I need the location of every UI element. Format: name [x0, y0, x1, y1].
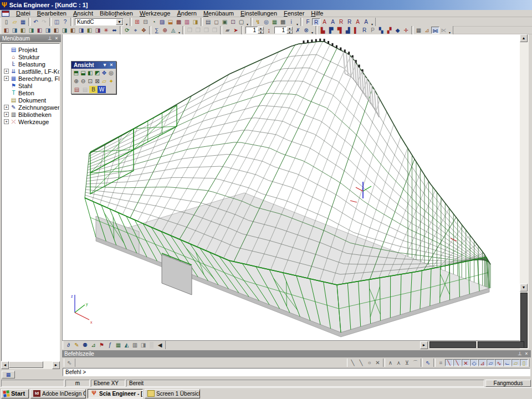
- label-p-icon[interactable]: P: [369, 27, 377, 34]
- print-view-icon[interactable]: ▤: [73, 86, 81, 93]
- render-off-icon[interactable]: ⋉: [439, 27, 448, 34]
- new-file-icon[interactable]: ▯: [2, 18, 11, 25]
- snap-tangent-icon[interactable]: ⊿: [478, 359, 487, 366]
- activity-1-icon[interactable]: ◧: [2, 27, 11, 34]
- spinner-value[interactable]: 1: [245, 27, 258, 34]
- zoom-cursor-icon[interactable]: ◎: [108, 69, 115, 76]
- activity-5-icon[interactable]: ◧: [35, 27, 44, 34]
- menu-menübaum[interactable]: Menübaum: [200, 10, 237, 17]
- help-icon[interactable]: ?: [61, 18, 69, 25]
- activity-8-icon[interactable]: ◨: [60, 27, 69, 34]
- taskbar-task-scia[interactable]: ΨScia Engineer - [...: [88, 389, 143, 398]
- node-tool-icon[interactable]: ∂: [64, 341, 73, 349]
- chevron-down-icon[interactable]: ▼: [116, 19, 123, 25]
- project-manager-icon[interactable]: ⊞: [133, 18, 141, 25]
- photo-icon[interactable]: ◭: [122, 341, 131, 349]
- link-icon[interactable]: ⊗: [302, 27, 310, 34]
- zoom-window-icon[interactable]: ⊡: [86, 78, 94, 85]
- window-icon[interactable]: ◫: [53, 18, 61, 25]
- tree-item-struktur[interactable]: ⌂Struktur: [2, 53, 59, 60]
- label-beam-icon[interactable]: ▙: [319, 27, 327, 34]
- snap-ortho-icon[interactable]: ◇: [470, 359, 478, 366]
- label-support-icon[interactable]: ◆: [393, 27, 402, 34]
- crosshair-icon[interactable]: ⌖: [131, 27, 140, 34]
- zoom-in-icon[interactable]: ⊕: [73, 78, 80, 85]
- label-node-icon[interactable]: ▛: [327, 27, 335, 34]
- scale-spinner[interactable]: 1▲▼: [245, 27, 264, 34]
- refresh-icon[interactable]: ⟳: [123, 27, 131, 34]
- snap-fork-icon[interactable]: ⋏: [395, 359, 403, 366]
- label-profile-icon[interactable]: ▜: [335, 27, 344, 34]
- layout-8-icon[interactable]: A: [362, 18, 370, 25]
- pick-cursor-icon[interactable]: ⇖: [65, 359, 74, 366]
- table-icon[interactable]: ▦: [270, 18, 279, 25]
- wireframe-icon[interactable]: W: [98, 86, 106, 93]
- layout-3-icon[interactable]: A: [320, 18, 329, 25]
- undo-icon[interactable]: ↶: [32, 18, 40, 25]
- vertical-slider[interactable]: [520, 293, 528, 348]
- taskbar-task-screen[interactable]: Screen 1 Übersicht...: [145, 389, 200, 398]
- tree-item-zeichnungswerkzeuge[interactable]: +✎Zeichnungswerkzeuge: [2, 104, 59, 111]
- expand-icon[interactable]: +: [4, 69, 9, 74]
- close-project-icon[interactable]: ⊟: [141, 18, 150, 25]
- label-length-icon[interactable]: ▌: [352, 27, 360, 34]
- minimize-all-icon[interactable]: ❐: [211, 27, 219, 34]
- project-combo[interactable]: KundC▼: [75, 18, 124, 25]
- snap-perp-icon[interactable]: ⌙: [503, 359, 511, 366]
- layout-2-icon[interactable]: R: [312, 18, 320, 25]
- snap-vee-icon[interactable]: ⊻: [403, 359, 411, 366]
- activity-2-icon[interactable]: ◨: [11, 27, 19, 34]
- snap-line-mid-icon[interactable]: ╲: [453, 359, 462, 366]
- activity-13-icon[interactable]: ✳: [102, 27, 110, 34]
- scale-group-overflow[interactable]: ▾: [310, 30, 314, 34]
- scroll-right-icon[interactable]: ►: [52, 361, 60, 369]
- activity-12-icon[interactable]: ◨: [94, 27, 102, 34]
- history-icon[interactable]: ◔: [150, 18, 158, 25]
- grid-icon[interactable]: ▩: [279, 18, 287, 25]
- tree-horizontal-scrollbar[interactable]: ◄ ►: [1, 361, 60, 369]
- snap-cross-icon[interactable]: ✕: [374, 359, 382, 366]
- graphics-viewport[interactable]: zyx: [62, 34, 520, 340]
- ansicht-palette[interactable]: Ansicht ▾ × ⬒⬓◧◩✥◎⊕⊖⊡⊠▱✦▤▤BW: [71, 61, 116, 94]
- abc-check-icon[interactable]: ƒ: [106, 341, 114, 349]
- layout-7-icon[interactable]: A: [354, 18, 362, 25]
- snap-mode-button[interactable]: Fangmodus: [485, 380, 531, 387]
- print-preview-icon[interactable]: ◻: [212, 18, 221, 25]
- tile-icon[interactable]: ❐: [194, 27, 202, 34]
- snap-arc-icon[interactable]: ⌒: [411, 359, 420, 366]
- spinner-down-icon[interactable]: ▼: [258, 30, 264, 34]
- activity-4-icon[interactable]: ◨: [27, 27, 35, 34]
- expand-icon[interactable]: +: [4, 76, 9, 81]
- label-layer-icon[interactable]: ▟: [344, 27, 352, 34]
- database-icon[interactable]: ▩: [175, 18, 183, 25]
- sum-icon[interactable]: ∑: [152, 27, 161, 34]
- view-z-icon[interactable]: ◧: [86, 69, 94, 76]
- load-case-spinner[interactable]: 1▲▼: [274, 27, 293, 34]
- delete-icon[interactable]: ▰: [223, 27, 232, 34]
- save-icon[interactable]: ▦: [19, 18, 27, 25]
- scroll-down-icon[interactable]: ▼: [520, 284, 528, 291]
- cascade-icon[interactable]: ❐: [186, 27, 194, 34]
- arrange-icon[interactable]: ❐: [202, 27, 211, 34]
- pin-icon[interactable]: ⊥: [516, 351, 523, 357]
- notes-icon[interactable]: ▥: [131, 341, 139, 349]
- tree-item-stahl[interactable]: ⚑Stahl: [2, 82, 59, 89]
- layout-5-icon[interactable]: R: [337, 18, 345, 25]
- pencil-icon[interactable]: ✎: [73, 341, 81, 349]
- export-icon[interactable]: ⊡: [229, 18, 237, 25]
- close-icon[interactable]: ×: [53, 35, 60, 42]
- light-icon[interactable]: ✦: [108, 78, 115, 85]
- snap-curve-icon[interactable]: ∿: [495, 359, 503, 366]
- viewport-vertical-scrollbar[interactable]: ▲ ▼: [520, 34, 529, 349]
- print-icon[interactable]: ▤: [204, 18, 212, 25]
- fly-icon[interactable]: ➤: [232, 27, 240, 34]
- label-r-icon[interactable]: R: [360, 27, 369, 34]
- layout-6-icon[interactable]: R: [345, 18, 354, 25]
- snap-surface-icon[interactable]: ▱: [511, 359, 520, 366]
- label-cross-icon[interactable]: ✛: [402, 27, 410, 34]
- snap-plane-icon[interactable]: ▱: [487, 359, 495, 366]
- document-icon[interactable]: ▢: [237, 18, 245, 25]
- label-system-icon[interactable]: ▚: [377, 27, 385, 34]
- strip-scroll-left-icon[interactable]: ◀: [156, 341, 164, 349]
- menu-hilfe[interactable]: Hilfe: [308, 10, 326, 17]
